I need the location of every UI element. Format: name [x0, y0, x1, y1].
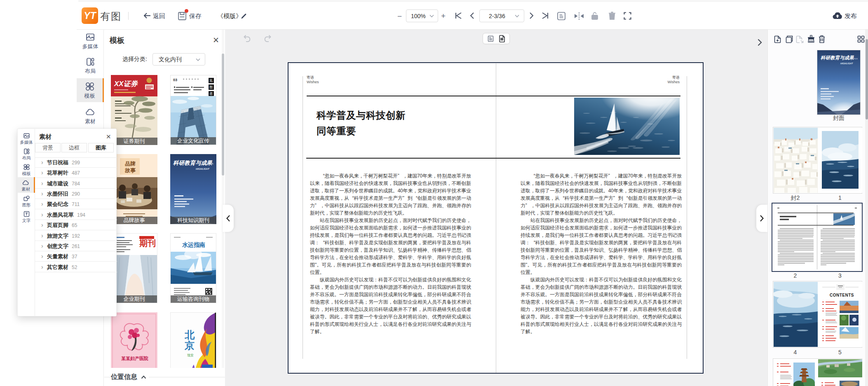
svg-text:见: 见	[209, 79, 213, 82]
svg-text:HIGHLIGHT: HIGHLIGHT	[196, 168, 210, 170]
svg-text:故事: 故事	[124, 167, 136, 173]
svg-text:京: 京	[184, 340, 195, 351]
svg-text:水运指南: 水运指南	[182, 241, 205, 248]
svg-text:期刊: 期刊	[139, 239, 156, 248]
svg-text:品牌: 品牌	[125, 161, 136, 167]
svg-text:2019年度: 2019年度	[851, 58, 858, 60]
svg-text:CONTENTS: CONTENTS	[830, 293, 854, 297]
svg-text:XX证券: XX证券	[114, 80, 138, 88]
svg-text:某某妇产医院: 某某妇产医院	[121, 356, 148, 361]
svg-text:03: 03	[173, 78, 177, 82]
svg-text:HIGHLIGHT: HIGHLIGHT	[840, 62, 853, 65]
svg-text:现货: 现货	[187, 353, 194, 357]
svg-text:北: 北	[184, 329, 195, 340]
svg-text:想: 想	[209, 85, 213, 89]
svg-text:者: 者	[209, 92, 213, 96]
svg-text:科研教育与成果: 科研教育与成果	[820, 55, 854, 60]
svg-text:2019年版: 2019年版	[206, 163, 213, 165]
